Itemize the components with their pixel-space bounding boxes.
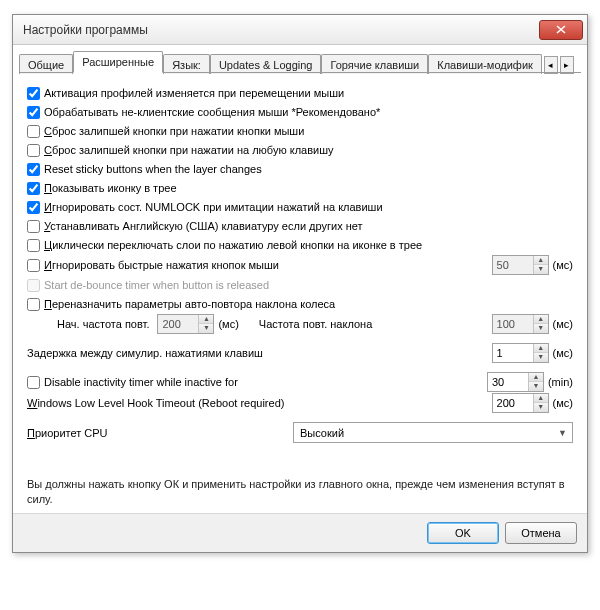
- checkbox-force-us-keyboard[interactable]: Устанавливать Английскую (США) клавиатур…: [27, 220, 363, 233]
- label-repeat-start: Нач. частота повт.: [57, 318, 149, 330]
- label-sim-delay: Задержка между симулир. нажатиями клавиш: [27, 347, 263, 359]
- dialog-footer: OK Отмена: [13, 513, 587, 552]
- checkbox-nonclient-msgs[interactable]: Обрабатывать не-клиентские сообщения мыш…: [27, 106, 380, 119]
- tabbar: Общие Расширенные Язык: Updates & Loggin…: [13, 45, 587, 73]
- checkbox-show-tray-icon[interactable]: Показывать иконку в трее: [27, 182, 177, 195]
- checkbox-ignore-fast-clicks[interactable]: Игнорировать быстрые нажатия кнопок мыши: [27, 259, 279, 272]
- debounce-spinner[interactable]: ▲▼: [492, 255, 549, 275]
- spin-down-icon[interactable]: ▼: [534, 265, 548, 274]
- checkbox-override-tilt-repeat[interactable]: Переназначить параметры авто-повтора нак…: [27, 298, 335, 311]
- close-button[interactable]: [539, 20, 583, 40]
- sim-delay-spinner[interactable]: ▲▼: [492, 343, 549, 363]
- titlebar: Настройки программы: [13, 15, 587, 45]
- checkbox-reset-sticky-key[interactable]: Сброс залипшей кнопки при нажатии на люб…: [27, 144, 334, 157]
- label-cpu-priority: Приоритет CPU: [27, 427, 108, 439]
- checkbox-reset-sticky-layer[interactable]: Reset sticky buttons when the layer chan…: [27, 163, 262, 176]
- chevron-down-icon: ▼: [555, 428, 570, 438]
- cancel-button[interactable]: Отмена: [505, 522, 577, 544]
- repeat-tilt-spinner[interactable]: ▲▼: [492, 314, 549, 334]
- inactivity-spinner[interactable]: ▲▼: [487, 372, 544, 392]
- spin-up-icon[interactable]: ▲: [534, 256, 548, 265]
- tab-advanced[interactable]: Расширенные: [73, 51, 163, 73]
- tab-modifiers[interactable]: Клавиши-модифик: [428, 54, 542, 74]
- checkbox-profile-activation[interactable]: Активация профилей изменяется при переме…: [27, 87, 344, 100]
- label-hook-timeout: Windows Low Level Hook Timeout (Reboot r…: [27, 397, 284, 409]
- tab-hotkeys[interactable]: Горячие клавиши: [321, 54, 428, 74]
- ok-button[interactable]: OK: [427, 522, 499, 544]
- checkbox-debounce-release: Start de-bounce timer when button is rel…: [27, 279, 269, 292]
- checkbox-reset-sticky-mouse[interactable]: Сброс залипшей кнопки при нажатии кнопки…: [27, 125, 304, 138]
- cpu-priority-select[interactable]: Высокий ▼: [293, 422, 573, 443]
- label-repeat-tilt: Частота повт. наклона: [259, 318, 372, 330]
- window-title: Настройки программы: [23, 23, 148, 37]
- tab-updates[interactable]: Updates & Logging: [210, 54, 322, 74]
- checkbox-ignore-numlock[interactable]: Игнорировать сост. NUMLOCK при имитации …: [27, 201, 383, 214]
- tab-language[interactable]: Язык:: [163, 54, 210, 74]
- tab-content: Активация профилей изменяется при переме…: [13, 74, 587, 513]
- checkbox-cycle-layers[interactable]: Циклически переключать слои по нажатию л…: [27, 239, 422, 252]
- tab-general[interactable]: Общие: [19, 54, 73, 74]
- hook-timeout-spinner[interactable]: ▲▼: [492, 393, 549, 413]
- apply-note: Вы должны нажать кнопку ОК и применить н…: [27, 477, 573, 507]
- checkbox-disable-inactivity[interactable]: Disable inactivity timer while inactive …: [27, 376, 238, 389]
- settings-window: Настройки программы Общие Расширенные Яз…: [12, 14, 588, 553]
- repeat-start-spinner[interactable]: ▲▼: [157, 314, 214, 334]
